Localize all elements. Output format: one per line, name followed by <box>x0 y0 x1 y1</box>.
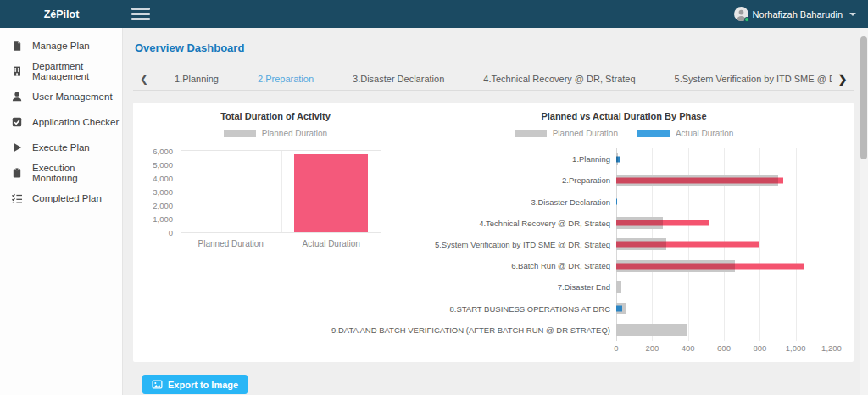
scrollbar-thumb[interactable] <box>860 36 867 159</box>
online-status-dot <box>744 17 749 22</box>
y-tick-label: 6,000 <box>139 147 173 156</box>
bar-track <box>616 191 832 212</box>
row-label-text: 5.System Verification by ITD SME @ DR, S… <box>435 240 610 249</box>
sidebar-item-label: Department Management <box>32 61 122 81</box>
avatar <box>734 7 748 21</box>
y-tick-label: 1,000 <box>139 214 173 224</box>
sidebar-item-label: Execution Monitoring <box>32 163 122 183</box>
bar-track <box>616 234 832 255</box>
sidebar-item-label: User Management <box>32 92 113 102</box>
actual-bar <box>616 177 783 183</box>
chart-row: 8.START BUSINESS OPERATIONS AT DRC <box>406 298 832 320</box>
bar-slot <box>181 151 281 232</box>
x-category-label: Actual Duration <box>281 239 382 248</box>
row-label-text: 8.START BUSINESS OPERATIONS AT DRC <box>449 304 610 314</box>
bar-track <box>616 170 832 191</box>
row-label: 6.Batch Run @ DR, Strateq <box>406 261 616 270</box>
main-content: Overview Dashboard ❮︎ 1.Planning 2.Prepa… <box>123 28 868 395</box>
chart-legend: Planned Duration <box>145 129 406 138</box>
row-label-text: 6.Batch Run @ DR, Strateq <box>511 261 610 270</box>
x-tick-label: 200 <box>645 343 659 353</box>
bar-track <box>616 320 832 341</box>
row-label-text: 7.Disaster End <box>558 282 610 292</box>
chart-title: Total Duration of Activity <box>145 111 406 121</box>
legend-swatch <box>224 130 256 137</box>
row-label: 3.Disaster Declaration <box>406 198 616 207</box>
check-square-icon <box>11 116 23 128</box>
actual-bar <box>616 199 617 205</box>
sidebar-item-label: Application Checker <box>32 117 119 127</box>
actual-bar <box>616 263 804 269</box>
chart-row: 9.DATA AND BATCH VERIFICATION (AFTER BAT… <box>406 320 832 341</box>
tab-technical-recovery[interactable]: 4.Technical Recovery @ DR, Strateq <box>464 68 654 90</box>
image-icon <box>152 379 163 390</box>
sidebar-item-completed-plan[interactable]: Completed Plan <box>0 186 122 211</box>
chart-row: 1.Planning <box>406 148 832 170</box>
tab-disaster-declaration[interactable]: 3.Disaster Declaration <box>333 68 464 90</box>
chevron-down-icon <box>849 13 856 16</box>
x-axis-labels: 02004006008001,0001,200 <box>616 343 832 355</box>
row-label-text: 3.Disaster Declaration <box>531 198 610 207</box>
chart-row: 5.System Verification by ITD SME @ DR, S… <box>406 234 832 255</box>
bar-track <box>616 213 832 234</box>
tab-strip: 1.Planning 2.Preparation 3.Disaster Decl… <box>155 68 832 90</box>
row-label: 7.Disaster End <box>406 282 616 292</box>
bar-track <box>616 255 832 276</box>
sidebar-item-department-management[interactable]: Department Management <box>0 58 122 84</box>
x-tick-label: 0 <box>614 343 618 353</box>
actual-bar <box>616 306 622 312</box>
chart-row: 6.Batch Run @ DR, Strateq <box>406 255 832 276</box>
chart-legend: Planned DurationActual Duration <box>406 129 842 138</box>
legend-entry: Actual Duration <box>637 129 733 138</box>
sidebar-item-execution-monitoring[interactable]: Execution Monitoring <box>0 160 122 186</box>
chart-row: 4.Technical Recovery @ DR, Strateq <box>406 213 832 234</box>
row-label: 5.System Verification by ITD SME @ DR, S… <box>406 240 616 249</box>
tabs-scroll-left-icon[interactable]: ❮︎ <box>133 73 155 85</box>
plot-area: 6,0005,0004,0003,0002,0001,0000 <box>181 150 381 233</box>
tab-planning[interactable]: 1.Planning <box>155 68 238 90</box>
legend-swatch <box>637 130 670 137</box>
sidebar-item-manage-plan[interactable]: Manage Plan <box>0 33 122 58</box>
planned-bar <box>616 324 687 336</box>
legend-swatch <box>515 130 547 137</box>
sidebar-item-user-management[interactable]: User Management <box>0 84 122 109</box>
user-menu[interactable]: Norhafizah Baharudin <box>734 7 868 21</box>
phase-tabs: ❮︎ 1.Planning 2.Preparation 3.Disaster D… <box>133 68 854 91</box>
row-label: 4.Technical Recovery @ DR, Strateq <box>406 219 616 228</box>
sidebar-item-application-checker[interactable]: Application Checker <box>0 109 122 135</box>
tabs-scroll-right-icon[interactable]: ❯︎ <box>832 73 854 86</box>
export-to-image-button[interactable]: Export to Image <box>142 375 248 394</box>
hamburger-menu-icon[interactable] <box>131 8 150 20</box>
clipboard-icon <box>11 167 23 179</box>
y-tick-label: 2,000 <box>139 201 173 210</box>
tab-system-verification[interactable]: 5.System Verification by ITD SME @ DR, S… <box>655 68 832 90</box>
x-tick-label: 800 <box>753 343 766 353</box>
total-duration-chart: Total Duration of Activity Planned Durat… <box>145 111 406 355</box>
chart-title: Planned vs Actual Duration By Phase <box>406 111 842 121</box>
y-tick-label: 3,000 <box>139 187 173 197</box>
chart-row: 2.Preparation <box>406 170 832 191</box>
y-tick-label: 5,000 <box>139 160 173 170</box>
row-label-text: 1.Planning <box>572 154 610 164</box>
x-tick-label: 1,000 <box>786 343 806 353</box>
app-logo: ZéPilot <box>0 8 123 20</box>
y-tick-label: 0 <box>139 228 173 237</box>
actual-bar <box>616 156 620 162</box>
sidebar-item-label: Execute Plan <box>32 142 90 153</box>
row-label: 9.DATA AND BATCH VERIFICATION (AFTER BAT… <box>406 325 616 335</box>
page-title: Overview Dashboard <box>135 42 854 54</box>
sidebar-item-execute-plan[interactable]: Execute Plan <box>0 135 122 160</box>
row-label-text: 4.Technical Recovery @ DR, Strateq <box>479 219 610 228</box>
actual-duration-bar <box>294 154 368 232</box>
chart-rows: 1.Planning2.Preparation3.Disaster Declar… <box>406 148 832 341</box>
bar-slot <box>281 151 381 232</box>
actual-bar <box>616 220 709 226</box>
top-navbar: ZéPilot Norhafizah Baharudin <box>0 0 868 28</box>
tab-preparation[interactable]: 2.Preparation <box>238 68 333 90</box>
bar-track <box>616 148 832 170</box>
legend-label: Planned Duration <box>262 129 327 138</box>
x-category-label: Planned Duration <box>181 239 281 248</box>
legend-label: Planned Duration <box>553 129 618 138</box>
chart-row: 7.Disaster End <box>406 276 832 298</box>
charts-card: Total Duration of Activity Planned Durat… <box>133 103 854 362</box>
